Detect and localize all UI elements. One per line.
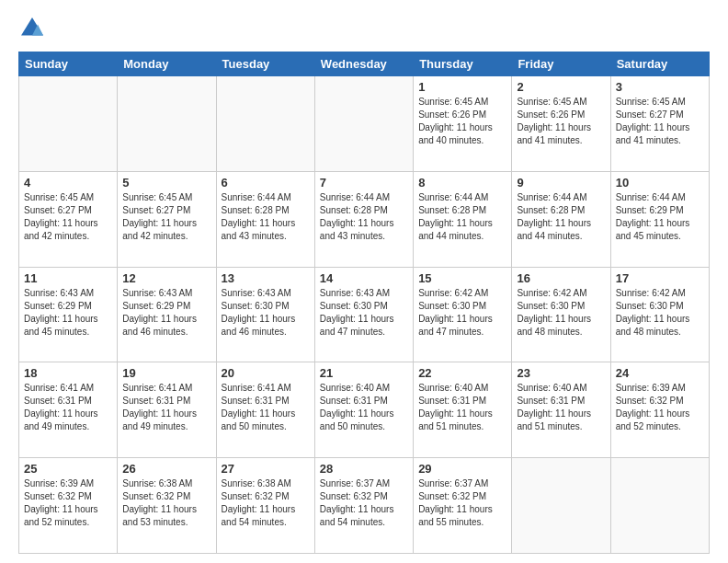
calendar-cell: 1Sunrise: 6:45 AM Sunset: 6:26 PM Daylig… (414, 76, 512, 172)
day-info: Sunrise: 6:45 AM Sunset: 6:27 PM Dayligh… (24, 191, 112, 243)
day-info: Sunrise: 6:43 AM Sunset: 6:29 PM Dayligh… (24, 287, 112, 339)
calendar-cell (512, 458, 610, 554)
week-row-5: 25Sunrise: 6:39 AM Sunset: 6:32 PM Dayli… (19, 458, 710, 554)
calendar-cell: 21Sunrise: 6:40 AM Sunset: 6:31 PM Dayli… (314, 362, 413, 458)
day-info: Sunrise: 6:45 AM Sunset: 6:26 PM Dayligh… (517, 96, 605, 147)
calendar-cell: 27Sunrise: 6:38 AM Sunset: 6:32 PM Dayli… (216, 458, 314, 554)
day-number: 8 (418, 176, 506, 190)
calendar-cell: 10Sunrise: 6:44 AM Sunset: 6:29 PM Dayli… (610, 171, 709, 267)
calendar-cell: 23Sunrise: 6:40 AM Sunset: 6:31 PM Dayli… (512, 362, 610, 458)
calendar-cell: 22Sunrise: 6:40 AM Sunset: 6:31 PM Dayli… (414, 362, 512, 458)
calendar-cell: 14Sunrise: 6:43 AM Sunset: 6:30 PM Dayli… (314, 267, 413, 362)
calendar-cell (19, 76, 118, 172)
day-number: 6 (222, 176, 310, 190)
day-info: Sunrise: 6:44 AM Sunset: 6:28 PM Dayligh… (222, 191, 310, 243)
day-info: Sunrise: 6:42 AM Sunset: 6:30 PM Dayligh… (616, 287, 704, 339)
calendar-cell (118, 76, 216, 172)
day-info: Sunrise: 6:40 AM Sunset: 6:31 PM Dayligh… (418, 382, 506, 433)
calendar-cell: 19Sunrise: 6:41 AM Sunset: 6:31 PM Dayli… (118, 362, 216, 458)
calendar-cell: 12Sunrise: 6:43 AM Sunset: 6:29 PM Dayli… (118, 267, 216, 362)
day-number: 4 (24, 176, 112, 190)
week-row-3: 11Sunrise: 6:43 AM Sunset: 6:29 PM Dayli… (19, 267, 710, 362)
calendar-cell: 5Sunrise: 6:45 AM Sunset: 6:27 PM Daylig… (118, 171, 216, 267)
calendar-cell: 26Sunrise: 6:38 AM Sunset: 6:32 PM Dayli… (118, 458, 216, 554)
day-number: 7 (320, 176, 408, 190)
day-number: 28 (320, 462, 408, 476)
calendar-cell (610, 458, 709, 554)
header (18, 15, 710, 42)
day-info: Sunrise: 6:42 AM Sunset: 6:30 PM Dayligh… (517, 287, 605, 339)
week-row-2: 4Sunrise: 6:45 AM Sunset: 6:27 PM Daylig… (19, 171, 710, 267)
calendar-cell: 18Sunrise: 6:41 AM Sunset: 6:31 PM Dayli… (19, 362, 118, 458)
day-info: Sunrise: 6:37 AM Sunset: 6:32 PM Dayligh… (418, 477, 506, 529)
day-number: 1 (418, 80, 506, 94)
calendar-cell: 8Sunrise: 6:44 AM Sunset: 6:28 PM Daylig… (414, 171, 512, 267)
calendar-cell (216, 76, 314, 172)
week-row-4: 18Sunrise: 6:41 AM Sunset: 6:31 PM Dayli… (19, 362, 710, 458)
logo-icon (18, 15, 46, 42)
calendar-cell: 9Sunrise: 6:44 AM Sunset: 6:28 PM Daylig… (512, 171, 610, 267)
day-number: 21 (320, 366, 408, 380)
day-info: Sunrise: 6:39 AM Sunset: 6:32 PM Dayligh… (616, 382, 704, 433)
day-number: 23 (517, 366, 605, 380)
day-info: Sunrise: 6:40 AM Sunset: 6:31 PM Dayligh… (517, 382, 605, 433)
day-info: Sunrise: 6:44 AM Sunset: 6:28 PM Dayligh… (320, 191, 408, 243)
calendar-cell: 4Sunrise: 6:45 AM Sunset: 6:27 PM Daylig… (19, 171, 118, 267)
day-number: 24 (616, 366, 704, 380)
calendar-cell: 17Sunrise: 6:42 AM Sunset: 6:30 PM Dayli… (610, 267, 709, 362)
day-number: 26 (122, 462, 210, 476)
calendar-cell: 7Sunrise: 6:44 AM Sunset: 6:28 PM Daylig… (314, 171, 413, 267)
week-row-1: 1Sunrise: 6:45 AM Sunset: 6:26 PM Daylig… (19, 76, 710, 172)
day-info: Sunrise: 6:40 AM Sunset: 6:31 PM Dayligh… (320, 382, 408, 433)
day-number: 29 (418, 462, 506, 476)
day-number: 18 (24, 366, 112, 380)
day-number: 15 (418, 271, 506, 285)
day-info: Sunrise: 6:38 AM Sunset: 6:32 PM Dayligh… (222, 477, 310, 529)
calendar-cell: 29Sunrise: 6:37 AM Sunset: 6:32 PM Dayli… (414, 458, 512, 554)
calendar-cell: 28Sunrise: 6:37 AM Sunset: 6:32 PM Dayli… (314, 458, 413, 554)
logo (18, 15, 51, 42)
day-number: 5 (122, 176, 210, 190)
weekday-header-saturday: Saturday (610, 52, 709, 76)
day-info: Sunrise: 6:45 AM Sunset: 6:27 PM Dayligh… (122, 191, 210, 243)
day-number: 17 (616, 271, 704, 285)
day-info: Sunrise: 6:37 AM Sunset: 6:32 PM Dayligh… (320, 477, 408, 529)
calendar-table: SundayMondayTuesdayWednesdayThursdayFrid… (18, 52, 710, 554)
calendar-cell: 16Sunrise: 6:42 AM Sunset: 6:30 PM Dayli… (512, 267, 610, 362)
day-info: Sunrise: 6:38 AM Sunset: 6:32 PM Dayligh… (122, 477, 210, 529)
day-info: Sunrise: 6:45 AM Sunset: 6:27 PM Dayligh… (616, 96, 704, 147)
calendar-cell: 11Sunrise: 6:43 AM Sunset: 6:29 PM Dayli… (19, 267, 118, 362)
day-number: 12 (122, 271, 210, 285)
weekday-header-row: SundayMondayTuesdayWednesdayThursdayFrid… (19, 52, 710, 76)
day-info: Sunrise: 6:44 AM Sunset: 6:28 PM Dayligh… (517, 191, 605, 243)
weekday-header-sunday: Sunday (19, 52, 118, 76)
day-info: Sunrise: 6:41 AM Sunset: 6:31 PM Dayligh… (222, 382, 310, 433)
day-info: Sunrise: 6:44 AM Sunset: 6:29 PM Dayligh… (616, 191, 704, 243)
calendar-cell: 3Sunrise: 6:45 AM Sunset: 6:27 PM Daylig… (610, 76, 709, 172)
day-info: Sunrise: 6:43 AM Sunset: 6:29 PM Dayligh… (122, 287, 210, 339)
day-info: Sunrise: 6:41 AM Sunset: 6:31 PM Dayligh… (24, 382, 112, 433)
day-info: Sunrise: 6:45 AM Sunset: 6:26 PM Dayligh… (418, 96, 506, 147)
weekday-header-monday: Monday (118, 52, 216, 76)
day-number: 27 (222, 462, 310, 476)
calendar-cell (314, 76, 413, 172)
day-number: 10 (616, 176, 704, 190)
day-number: 9 (517, 176, 605, 190)
calendar-cell: 2Sunrise: 6:45 AM Sunset: 6:26 PM Daylig… (512, 76, 610, 172)
weekday-header-tuesday: Tuesday (216, 52, 314, 76)
day-info: Sunrise: 6:42 AM Sunset: 6:30 PM Dayligh… (418, 287, 506, 339)
day-number: 25 (24, 462, 112, 476)
day-number: 2 (517, 80, 605, 94)
day-number: 11 (24, 271, 112, 285)
day-info: Sunrise: 6:41 AM Sunset: 6:31 PM Dayligh… (122, 382, 210, 433)
day-info: Sunrise: 6:39 AM Sunset: 6:32 PM Dayligh… (24, 477, 112, 529)
calendar-cell: 6Sunrise: 6:44 AM Sunset: 6:28 PM Daylig… (216, 171, 314, 267)
day-number: 19 (122, 366, 210, 380)
weekday-header-thursday: Thursday (414, 52, 512, 76)
day-number: 13 (222, 271, 310, 285)
day-number: 22 (418, 366, 506, 380)
calendar-cell: 15Sunrise: 6:42 AM Sunset: 6:30 PM Dayli… (414, 267, 512, 362)
day-number: 14 (320, 271, 408, 285)
day-info: Sunrise: 6:43 AM Sunset: 6:30 PM Dayligh… (222, 287, 310, 339)
day-number: 20 (222, 366, 310, 380)
